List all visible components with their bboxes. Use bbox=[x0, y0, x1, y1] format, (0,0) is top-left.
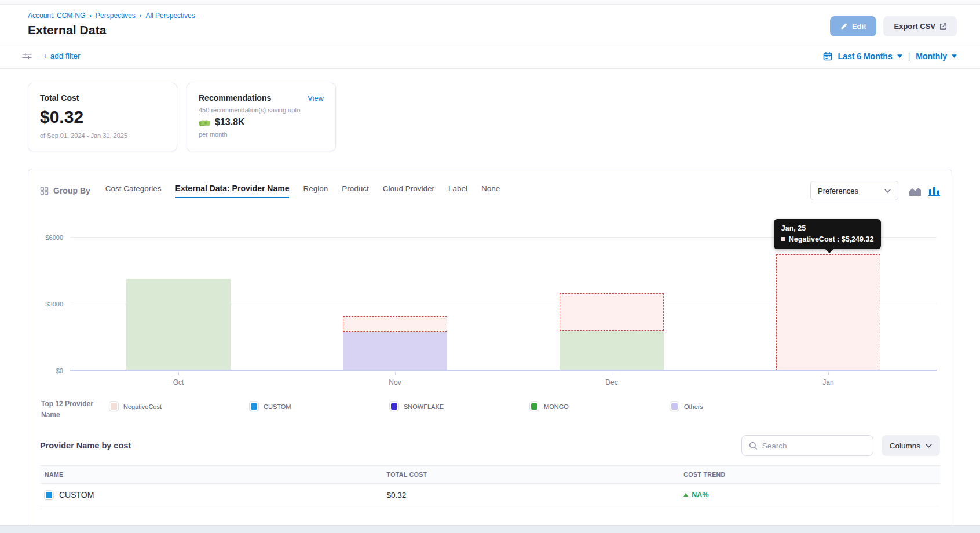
legend-label: Others bbox=[684, 403, 703, 410]
total-cost-card: Total Cost $0.32 of Sep 01, 2024 - Jan 3… bbox=[28, 83, 177, 151]
edit-button-label: Edit bbox=[852, 22, 866, 31]
money-icon bbox=[199, 118, 211, 127]
chart-tooltip: Jan, 25 NegativeCost : $5,249.32 bbox=[774, 219, 882, 249]
preferences-label: Preferences bbox=[818, 187, 858, 195]
row-total-cost: $0.32 bbox=[382, 484, 679, 506]
legend-swatch bbox=[530, 402, 539, 411]
tooltip-value: NegativeCost : $5,249.32 bbox=[789, 235, 874, 243]
legend-item-snowflake[interactable]: SNOWFLAKE bbox=[390, 402, 530, 411]
filter-bar: + add filter Last 6 Months | Monthly bbox=[0, 43, 980, 69]
tab-region[interactable]: Region bbox=[303, 184, 328, 197]
legend-label: CUSTOM bbox=[264, 403, 291, 410]
granularity-dropdown[interactable]: Monthly bbox=[916, 52, 957, 61]
x-axis-tick bbox=[828, 372, 829, 375]
breadcrumb-all-perspectives[interactable]: All Perspectives bbox=[145, 12, 195, 20]
bar-segment-negativecost[interactable] bbox=[776, 254, 880, 371]
chart-plot: OctNovDecJan Jan, 25 NegativeCost : $5,2… bbox=[70, 238, 937, 371]
bar-jan[interactable] bbox=[776, 238, 880, 371]
recommendations-label: Recommendations bbox=[199, 93, 271, 103]
filter-settings-icon[interactable] bbox=[22, 52, 32, 60]
edit-button[interactable]: Edit bbox=[830, 16, 877, 36]
legend-item-custom[interactable]: CUSTOM bbox=[250, 402, 390, 411]
date-range-label: Last 6 Months bbox=[838, 52, 893, 61]
chart-column-dec: Dec bbox=[503, 238, 720, 371]
column-header-name[interactable]: NAME bbox=[40, 466, 382, 484]
recommendations-view-link[interactable]: View bbox=[308, 94, 324, 103]
bottom-strip bbox=[0, 525, 980, 533]
chevron-down-icon bbox=[884, 189, 891, 193]
row-provider-swatch bbox=[45, 491, 53, 499]
recommendations-card: Recommendations View 450 recommendation(… bbox=[187, 83, 336, 151]
column-header-total-cost[interactable]: TOTAL COST bbox=[382, 466, 679, 484]
legend-swatch bbox=[250, 402, 258, 411]
recommendations-subtitle: 450 recommendation(s) saving upto bbox=[199, 107, 324, 114]
tooltip-title: Jan, 25 bbox=[781, 224, 874, 232]
breadcrumb-perspectives[interactable]: Perspectives bbox=[96, 12, 136, 20]
legend-label: NegativeCost bbox=[123, 403, 162, 410]
group-by-tabs: Cost Categories External Data: Provider … bbox=[105, 184, 810, 198]
recommendations-suffix: per month bbox=[199, 131, 324, 138]
bar-segment-others[interactable] bbox=[343, 332, 447, 371]
columns-button[interactable]: Columns bbox=[882, 435, 940, 456]
bar-dec[interactable] bbox=[560, 238, 664, 371]
legend-item-mongo[interactable]: MONGO bbox=[530, 402, 670, 411]
x-axis-tick bbox=[612, 372, 612, 375]
group-by-label: Group By bbox=[40, 186, 90, 195]
breadcrumb-account[interactable]: Account: CCM-NG bbox=[28, 12, 85, 20]
legend-title: Top 12 Provider Name bbox=[41, 399, 109, 420]
calendar-icon bbox=[823, 52, 832, 61]
bar-chart-icon[interactable] bbox=[928, 186, 940, 196]
tab-none[interactable]: None bbox=[481, 184, 500, 197]
column-header-cost-trend[interactable]: COST TREND bbox=[679, 466, 940, 484]
x-axis-tick bbox=[178, 372, 179, 375]
bar-oct[interactable] bbox=[126, 238, 231, 371]
area-chart-icon[interactable] bbox=[909, 186, 922, 196]
external-link-icon bbox=[939, 23, 946, 30]
x-axis-line bbox=[70, 370, 937, 371]
tab-external-data-provider-name[interactable]: External Data: Provider Name bbox=[175, 184, 290, 198]
table-search bbox=[741, 435, 873, 456]
page: Account: CCM-NG › Perspectives › All Per… bbox=[0, 0, 980, 533]
filter-separator: | bbox=[908, 52, 910, 61]
search-input[interactable] bbox=[762, 441, 866, 450]
table-row-custom[interactable]: CUSTOM $0.32 NA% bbox=[40, 484, 940, 506]
legend-item-negativecost[interactable]: NegativeCost bbox=[109, 402, 250, 411]
total-cost-value: $0.32 bbox=[40, 107, 165, 127]
chevron-down-icon bbox=[926, 444, 932, 448]
bar-segment-negativecost[interactable] bbox=[343, 316, 447, 332]
tab-cost-categories[interactable]: Cost Categories bbox=[105, 184, 162, 197]
bar-nov[interactable] bbox=[343, 238, 447, 371]
bar-segment-mongo[interactable] bbox=[126, 279, 231, 371]
recommendations-savings: $13.8K bbox=[215, 117, 245, 127]
x-axis-label: Oct bbox=[70, 378, 287, 386]
x-axis-label: Jan bbox=[720, 378, 937, 386]
tab-cloud-provider[interactable]: Cloud Provider bbox=[383, 184, 434, 197]
chart-column-nov: Nov bbox=[287, 238, 503, 371]
tab-label[interactable]: Label bbox=[448, 184, 467, 197]
legend-item-others[interactable]: Others bbox=[670, 402, 810, 411]
legend-swatch bbox=[670, 402, 679, 411]
legend-items: NegativeCostCUSTOMSNOWFLAKEMONGOOthers bbox=[109, 399, 940, 411]
y-axis-tick-label: $0 bbox=[56, 367, 63, 374]
granularity-label: Monthly bbox=[916, 52, 947, 61]
legend-label: SNOWFLAKE bbox=[404, 403, 444, 410]
export-csv-button[interactable]: Export CSV bbox=[883, 16, 957, 36]
breadcrumb-separator: › bbox=[89, 12, 92, 19]
perspective-panel: Group By Cost Categories External Data: … bbox=[28, 169, 952, 530]
legend-label: MONGO bbox=[544, 403, 569, 410]
date-range-dropdown[interactable]: Last 6 Months bbox=[838, 52, 902, 61]
breadcrumb: Account: CCM-NG › Perspectives › All Per… bbox=[28, 12, 195, 20]
y-axis-tick-label: $6000 bbox=[45, 234, 63, 241]
add-filter-button[interactable]: + add filter bbox=[43, 52, 80, 60]
bar-segment-negativecost[interactable] bbox=[560, 293, 664, 331]
summary-cards: Total Cost $0.32 of Sep 01, 2024 - Jan 3… bbox=[28, 83, 952, 151]
caret-down-icon bbox=[952, 54, 957, 58]
tab-product[interactable]: Product bbox=[342, 184, 369, 197]
x-axis-label: Dec bbox=[503, 378, 720, 386]
total-cost-period: of Sep 01, 2024 - Jan 31, 2025 bbox=[40, 132, 165, 139]
preferences-dropdown[interactable]: Preferences bbox=[810, 181, 898, 200]
pencil-icon bbox=[840, 23, 848, 30]
page-title: External Data bbox=[28, 23, 195, 37]
bar-segment-mongo[interactable] bbox=[560, 331, 664, 371]
group-by-text: Group By bbox=[53, 186, 90, 195]
